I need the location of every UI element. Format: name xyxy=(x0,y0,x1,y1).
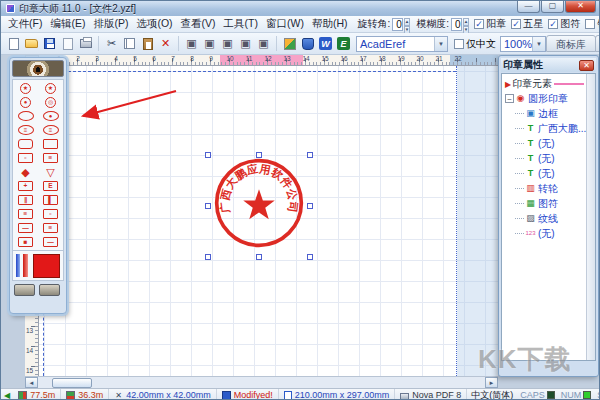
tree-item-4[interactable]: T(无) xyxy=(515,151,584,166)
red-color-swatch[interactable] xyxy=(23,254,27,277)
blue-color-swatch[interactable] xyxy=(16,254,20,277)
selection-handle[interactable] xyxy=(307,203,313,209)
stamp-shape-icon[interactable]: — xyxy=(38,235,63,249)
stamp-shape-icon[interactable]: ≡ xyxy=(13,123,38,137)
maximize-icon[interactable]: ▢ xyxy=(541,1,564,13)
seal-option-3[interactable]: 镂空 xyxy=(585,17,600,31)
stamp-shape-icon[interactable]: E xyxy=(38,179,63,193)
seal-option-2[interactable]: ✓图符 xyxy=(548,17,580,31)
checkbox-icon[interactable]: ✓ xyxy=(548,19,558,29)
scrollbar-thumb[interactable] xyxy=(52,378,92,388)
stamp-preview-icon[interactable] xyxy=(39,284,60,296)
export-word-icon[interactable]: W xyxy=(317,35,334,52)
font-combobox[interactable]: AcadEref ▼ xyxy=(356,36,448,52)
stamp-shape-icon[interactable]: ≡ xyxy=(13,207,38,221)
checkbox-icon[interactable]: ✓ xyxy=(474,19,484,29)
tree-item-1[interactable]: ▣边框 xyxy=(515,106,584,121)
selection-handle[interactable] xyxy=(307,254,313,260)
title-bar[interactable]: 印章大师 11.0 - [文件2.yzf] — ▢ ✕ xyxy=(1,1,600,16)
menu-item-3[interactable]: 选项(O) xyxy=(132,16,176,32)
stamp-shape-icon[interactable]: ≡ xyxy=(38,123,63,137)
tree-expander-icon[interactable]: – xyxy=(505,94,514,103)
arrange-2-icon[interactable]: ▣ xyxy=(201,35,218,52)
stamp-shape-icon[interactable]: — xyxy=(13,221,38,235)
seal-option-1[interactable]: ✓五星 xyxy=(511,17,543,31)
library-tab-1[interactable]: 印章库 xyxy=(595,35,600,52)
minimize-icon[interactable]: — xyxy=(517,1,540,13)
library-tab-0[interactable]: 商标库 xyxy=(546,35,596,52)
stamp-shape-icon[interactable]: ≡ xyxy=(38,221,63,235)
stamp-shape-icon[interactable]: ▌ xyxy=(38,193,63,207)
stamp-shape-icon[interactable]: ▽ xyxy=(38,165,63,179)
export-image-icon[interactable] xyxy=(281,35,298,52)
tree-item-5[interactable]: T(无) xyxy=(515,166,584,181)
checkbox-icon[interactable] xyxy=(454,39,464,49)
print-preview-icon[interactable] xyxy=(59,35,76,52)
cut-icon[interactable]: ✂ xyxy=(103,35,120,52)
rotation-input[interactable]: 0 xyxy=(392,18,403,31)
chevron-down-icon[interactable]: ▼ xyxy=(532,37,545,51)
selection-handle[interactable] xyxy=(256,152,262,158)
panel-title-bar[interactable]: 印章属性 ✕ xyxy=(501,58,596,72)
arrange-3-icon[interactable]: ▣ xyxy=(219,35,236,52)
stamp-shape-icon[interactable]: ★ xyxy=(13,81,38,95)
copy-icon[interactable] xyxy=(121,35,138,52)
stamp-shape-icon[interactable]: ● xyxy=(13,95,38,109)
menu-item-4[interactable]: 查看(V) xyxy=(177,16,220,32)
current-color-swatch[interactable] xyxy=(33,254,60,278)
stamp-shape-icon[interactable] xyxy=(13,109,38,123)
stamp-shape-icon[interactable]: ▫ xyxy=(13,151,38,165)
chinese-only-checkbox[interactable]: 仅中文 xyxy=(454,37,496,51)
rotation-stepper[interactable]: ▲▼ xyxy=(404,18,410,31)
stamp-shape-icon[interactable]: ■ xyxy=(13,235,38,249)
stamp-shape-icon[interactable]: ● xyxy=(38,109,63,123)
menu-item-1[interactable]: 编辑(E) xyxy=(46,16,89,32)
blur-input[interactable]: 0 xyxy=(451,18,462,31)
menu-item-0[interactable]: 文件(F) xyxy=(4,16,46,32)
stamp-shape-icon[interactable]: ★ xyxy=(38,81,63,95)
panel-scrollbar[interactable] xyxy=(586,74,595,360)
scroll-right-icon[interactable]: ► xyxy=(485,377,498,388)
seal-option-0[interactable]: ✓阳章 xyxy=(474,17,506,31)
stamp-shape-icon[interactable]: ◎ xyxy=(38,95,63,109)
stamp-shape-icon[interactable] xyxy=(13,137,38,151)
stamp-shape-icon[interactable]: + xyxy=(13,179,38,193)
status-nav-left-icon[interactable]: ◀ xyxy=(1,391,13,400)
open-icon[interactable] xyxy=(23,35,40,52)
stamp-shape-icon[interactable]: ∥ xyxy=(13,193,38,207)
menu-item-5[interactable]: 工具(T) xyxy=(220,16,262,32)
save-icon[interactable] xyxy=(41,35,58,52)
design-canvas[interactable]: 广西大鹏应用软件公司 xyxy=(39,66,498,376)
stamp-shape-icon[interactable] xyxy=(38,137,63,151)
spin-up-icon[interactable]: ▲ xyxy=(404,18,410,26)
selection-handle[interactable] xyxy=(256,254,262,260)
stamp-shape-icon[interactable]: ◆ xyxy=(13,165,38,179)
tree-item-3[interactable]: T(无) xyxy=(515,136,584,151)
seal-object[interactable]: 广西大鹏应用软件公司 xyxy=(213,157,305,249)
selection-handle[interactable] xyxy=(205,203,211,209)
arrange-1-icon[interactable]: ▣ xyxy=(183,35,200,52)
tree-item-9[interactable]: 123(无) xyxy=(515,226,584,241)
panel-close-icon[interactable]: ✕ xyxy=(579,60,594,71)
tree-item-2[interactable]: T广西大鹏... xyxy=(515,121,584,136)
zoom-combobox[interactable]: 100% ▼ xyxy=(500,36,546,52)
selection-handle[interactable] xyxy=(307,152,313,158)
scroll-left-icon[interactable]: ◄ xyxy=(25,377,38,388)
selection-handle[interactable] xyxy=(205,152,211,158)
arrange-5-icon[interactable]: ▣ xyxy=(255,35,272,52)
fill-color-icon[interactable] xyxy=(299,35,316,52)
menu-item-6[interactable]: 窗口(W) xyxy=(262,16,308,32)
chevron-down-icon[interactable]: ▼ xyxy=(434,37,447,51)
arrange-4-icon[interactable]: ▣ xyxy=(237,35,254,52)
tree-item-0[interactable]: –◉圆形印章 xyxy=(505,91,584,106)
stamp-shape-icon[interactable]: ▫ xyxy=(38,207,63,221)
new-icon[interactable] xyxy=(5,35,22,52)
tree-item-6[interactable]: ▥转轮 xyxy=(515,181,584,196)
close-icon[interactable]: ✕ xyxy=(565,1,596,13)
tree-item-7[interactable]: ▦图符 xyxy=(515,196,584,211)
menu-item-2[interactable]: 排版(P) xyxy=(89,16,132,32)
horizontal-scrollbar[interactable]: ◄ ► xyxy=(25,376,498,388)
checkbox-icon[interactable] xyxy=(585,19,595,29)
stamp-preview-icon[interactable] xyxy=(14,284,35,296)
delete-icon[interactable]: ✕ xyxy=(157,35,174,52)
